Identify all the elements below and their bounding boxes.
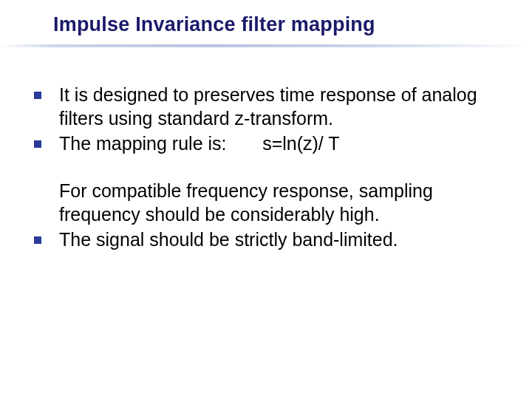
square-bullet-icon bbox=[33, 228, 59, 244]
title-underline bbox=[0, 44, 532, 47]
list-item: The mapping rule is: s=ln(z)/ T bbox=[33, 132, 505, 155]
square-bullet-icon bbox=[33, 132, 59, 148]
mapping-rule-formula: s=ln(z)/ T bbox=[227, 133, 340, 154]
bullet-text: The signal should be strictly band-limit… bbox=[59, 228, 505, 251]
bullet-text: The mapping rule is: s=ln(z)/ T bbox=[59, 132, 505, 155]
bullet-group-2: For compatible frequency response, sampl… bbox=[33, 179, 505, 251]
title-bar: Impulse Invariance filter mapping bbox=[0, 0, 532, 47]
bullet-group-1: It is designed to preserves time respons… bbox=[33, 83, 505, 155]
slide-content: It is designed to preserves time respons… bbox=[0, 47, 532, 251]
bullet-text: It is designed to preserves time respons… bbox=[59, 83, 505, 130]
slide-title: Impulse Invariance filter mapping bbox=[53, 13, 532, 36]
list-item: It is designed to preserves time respons… bbox=[33, 83, 505, 130]
list-item: The signal should be strictly band-limit… bbox=[33, 228, 505, 251]
continuation-text: For compatible frequency response, sampl… bbox=[33, 179, 505, 226]
mapping-rule-label: The mapping rule is: bbox=[59, 133, 227, 154]
square-bullet-icon bbox=[33, 83, 59, 99]
